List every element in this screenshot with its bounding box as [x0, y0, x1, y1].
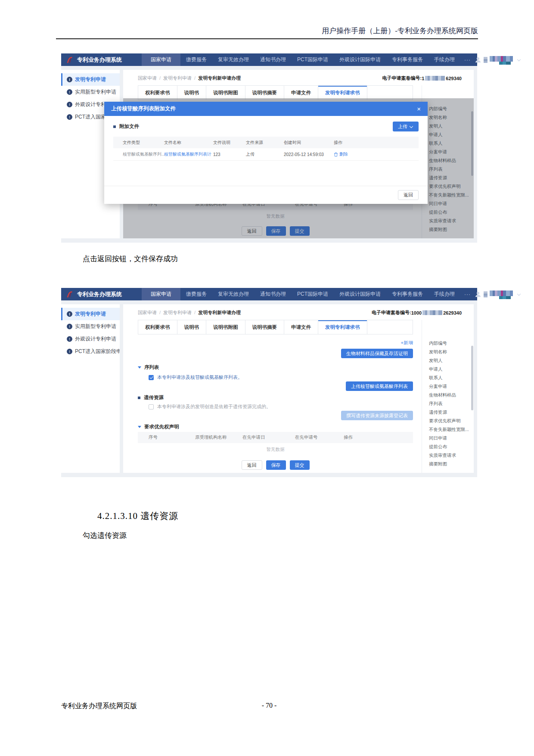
anchor-item[interactable]: 发明名称: [429, 347, 474, 356]
back-button[interactable]: 返回: [242, 460, 262, 470]
nav-item-national-application[interactable]: 国家申请: [142, 53, 180, 66]
anchor-item[interactable]: 内部编号: [429, 339, 474, 347]
tab-abstract[interactable]: 说明书摘要: [245, 320, 285, 334]
anchor-item[interactable]: 实质审查请求: [429, 451, 474, 459]
scrollbar[interactable]: [471, 346, 473, 410]
logo-icon: [65, 290, 74, 299]
redacted-username: [490, 56, 513, 62]
breadcrumb-separator: /: [159, 310, 161, 315]
section-genetic-resource: 遗传资源: [138, 394, 413, 401]
anchor-item[interactable]: 发明人: [429, 356, 474, 365]
tab-application-files[interactable]: 申请文件: [284, 86, 318, 100]
nav-item-procedure[interactable]: 手续办理: [428, 53, 460, 66]
breadcrumb-link[interactable]: 国家申请: [138, 310, 157, 315]
tab-claims[interactable]: 权利要求书: [138, 320, 177, 334]
anchor-item[interactable]: 联系人: [429, 373, 474, 382]
modal-back-button[interactable]: 返回: [398, 190, 419, 200]
sidebar-item-utility-model[interactable]: !实用新型专利申请: [61, 86, 120, 98]
add-new-link[interactable]: +新增: [401, 340, 413, 346]
delete-link[interactable]: 删除: [334, 151, 419, 157]
nav-item-notice-handling[interactable]: 通知书办理: [255, 288, 292, 300]
user-avatar-icon[interactable]: [475, 291, 481, 298]
redacted-block: [484, 291, 487, 297]
nav-item-design-international[interactable]: 外观设计国际申请: [334, 53, 386, 66]
nav-item-design-international[interactable]: 外观设计国际申请: [334, 288, 386, 300]
save-button[interactable]: 保存: [266, 460, 286, 470]
nav-item-patent-affairs[interactable]: 专利事务服务: [386, 53, 428, 66]
breadcrumb-link[interactable]: 发明专利申请: [163, 310, 192, 315]
anchor-item[interactable]: 生物材料样品: [429, 390, 474, 399]
nav-item-national-application[interactable]: 国家申请: [142, 288, 180, 300]
genetic-disclosure-form-button[interactable]: 撰写遗传资源来源披露登记表: [341, 411, 413, 420]
anchor-item[interactable]: 提前公布: [429, 442, 474, 451]
priority-table: 序号 原受理机构名称 在先申请日 在先申请号 操作 暂无数据: [138, 432, 413, 456]
redacted-username: [490, 291, 513, 296]
user-avatar-icon[interactable]: [475, 56, 481, 63]
tab-claims[interactable]: 权利要求书: [138, 86, 177, 100]
anchor-item[interactable]: 申请人: [429, 365, 474, 373]
sidebar-item-invention-patent[interactable]: !发明专利申请: [61, 73, 120, 86]
col-header: 在先申请日: [242, 434, 295, 440]
nav-item-pct[interactable]: PCT国际申请: [292, 288, 334, 300]
nav-item-reexamination[interactable]: 复审无效办理: [212, 53, 255, 66]
breadcrumb-link[interactable]: 发明专利申请: [163, 75, 192, 81]
tab-description[interactable]: 说明书: [177, 320, 207, 334]
table-row: 核苷酸或氨基酸序列... 核苷酸或氨基酸序列表计 123 上传 2022-05-…: [113, 148, 419, 161]
sidebar-item-design-patent[interactable]: !外观设计专利申请: [61, 333, 120, 345]
nav-item-fee-service[interactable]: 缴费服务: [180, 288, 212, 300]
section-title-label: 遗传资源: [144, 394, 164, 401]
anchor-item[interactable]: 同日申请: [429, 434, 474, 442]
sequence-checkbox[interactable]: [149, 375, 154, 380]
tab-drawings[interactable]: 说明书附图: [206, 86, 245, 100]
sidebar-item-pct-national-phase[interactable]: !PCT进入国家阶段申请: [61, 345, 120, 358]
nav-item-procedure[interactable]: 手续办理: [428, 288, 460, 300]
nav-item-patent-affairs[interactable]: 专利事务服务: [386, 288, 428, 300]
chevron-down-icon[interactable]: [517, 292, 521, 295]
tab-description[interactable]: 说明书: [177, 86, 207, 100]
anchor-item[interactable]: 分案申请: [429, 382, 474, 390]
breadcrumb-link[interactable]: 国家申请: [138, 75, 157, 81]
anchor-item[interactable]: 摘要附图: [429, 459, 474, 468]
nav-more-icon[interactable]: ···: [460, 57, 475, 63]
tab-invention-request[interactable]: 发明专利请求书: [318, 86, 367, 100]
upload-sequence-button[interactable]: 上传核苷酸或氨基酸序列表: [346, 381, 413, 391]
col-header: 创建时间: [284, 140, 334, 146]
case-number: 电子申请案卷编号:1629340: [382, 75, 462, 81]
file-name-link[interactable]: 核苷酸或氨基酸序列表计: [164, 151, 213, 157]
tab-drawings[interactable]: 说明书附图: [206, 320, 245, 334]
anchor-item[interactable]: 不丧失新颖性宽限...: [429, 425, 474, 434]
upload-button[interactable]: 上传: [393, 122, 419, 131]
sidebar-item-invention-patent[interactable]: !发明专利申请: [61, 308, 120, 320]
breadcrumb-separator: /: [159, 75, 161, 81]
chevron-down-icon[interactable]: [517, 57, 521, 61]
top-navbar: 专利业务办理系统 国家申请 缴费服务 复审无效办理 通知书办理 PCT国际申请 …: [61, 53, 477, 66]
col-header: 文件名称: [164, 140, 213, 146]
case-number: 电子申请案卷编号:10002629340: [372, 309, 462, 316]
tab-invention-request[interactable]: 发明专利请求书: [318, 320, 367, 334]
col-header: 文件来源: [246, 140, 284, 146]
anchor-item[interactable]: 要求优先权声明: [429, 416, 474, 425]
file-source-cell: 上传: [246, 151, 284, 157]
close-icon[interactable]: ×: [417, 106, 421, 112]
nav-item-fee-service[interactable]: 缴费服务: [180, 53, 212, 66]
bio-material-certificate-button[interactable]: 生物材料样品保藏及存活证明: [341, 349, 413, 358]
breadcrumb: 国家申请/发明专利申请/发明专利新申请办理: [138, 75, 241, 81]
nav-item-notice-handling[interactable]: 通知书办理: [255, 53, 292, 66]
tab-application-files[interactable]: 申请文件: [284, 320, 318, 334]
anchor-item[interactable]: 遗传资源: [429, 408, 474, 416]
anchor-nav: 内部编号 发明名称 发明人 申请人 联系人 分案申请 生物材料样品 序列表 遗传…: [422, 320, 474, 473]
anchor-item[interactable]: 序列表: [429, 399, 474, 408]
sidebar-item-label: 实用新型专利申请: [75, 88, 116, 96]
nav-item-reexamination[interactable]: 复审无效办理: [212, 288, 255, 300]
app-title: 专利业务办理系统: [77, 291, 122, 298]
header-rule: [56, 38, 478, 39]
sidebar-item-utility-model[interactable]: !实用新型专利申请: [61, 320, 120, 333]
submit-button[interactable]: 提交: [290, 460, 310, 470]
nav-item-pct[interactable]: PCT国际申请: [292, 53, 334, 66]
file-desc-cell: 123: [213, 152, 246, 157]
genetic-resource-checkbox[interactable]: [149, 404, 154, 409]
nav-more-icon[interactable]: ···: [460, 291, 475, 297]
redacted-case-number: [422, 310, 442, 315]
tab-abstract[interactable]: 说明书摘要: [245, 86, 285, 100]
file-created-cell: 2022-05-12 14:59:03: [284, 152, 334, 157]
